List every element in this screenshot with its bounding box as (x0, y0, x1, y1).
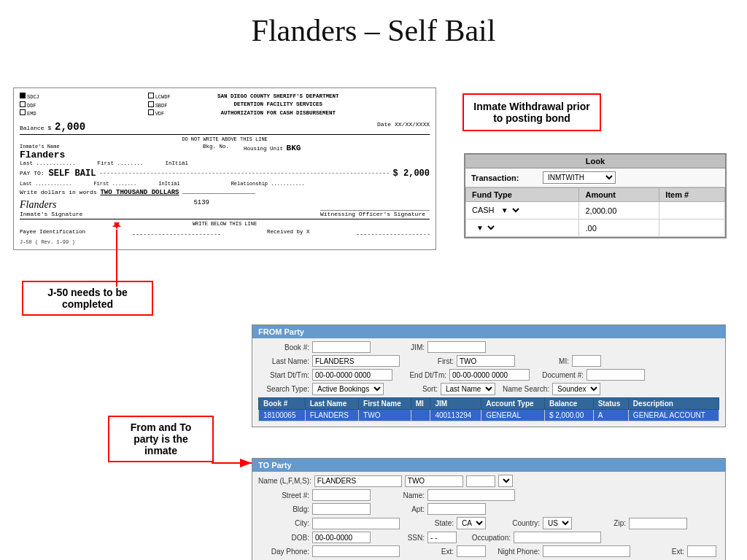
col-item: Item # (659, 188, 725, 202)
book-input[interactable] (312, 341, 371, 353)
to-ext-input[interactable] (457, 545, 486, 557)
pay-name: SELF BAIL (49, 168, 96, 179)
item-cell (659, 202, 725, 219)
fund-type-select-2[interactable]: ▼ (472, 222, 497, 234)
row-book: 18100065 (259, 410, 306, 421)
balance-label: Balance $ (20, 125, 51, 131)
to-name-label: Name (L,F,M,S): (258, 477, 311, 485)
last-name-input[interactable] (312, 355, 400, 367)
to-occupation-input[interactable] (514, 532, 601, 543)
sig-name: Flanders (20, 199, 82, 211)
book-label: Book #: (258, 343, 309, 351)
to-ssn-input[interactable] (427, 532, 457, 543)
housing-label: Housing Unit (244, 146, 283, 152)
sort-label: Sort: (387, 385, 438, 393)
transaction-table: Fund Type Amount Item # CASH ▼ 2,000.00 (465, 187, 725, 237)
to-street-input[interactable] (312, 489, 371, 501)
transaction-panel: Look Transaction: INMTWITH Fund Type Amo… (464, 153, 727, 238)
to-bldg-label: Bldg: (258, 505, 309, 513)
pay-relationship-label: Relationship ........... (231, 181, 305, 187)
row-first: TWO (359, 410, 411, 421)
to-country-select[interactable]: US (543, 517, 572, 529)
date-label: Date (377, 121, 391, 128)
form-row-dates: Start Dt/Tm: End Dt/Tm: Document #: (258, 369, 719, 381)
table-row: ▼ .00 (466, 219, 725, 237)
transaction-row: Transaction: INMTWITH (465, 168, 725, 187)
name-search-select[interactable]: Soundex (552, 383, 600, 395)
item-cell-2 (659, 219, 725, 237)
to-city-row: City: State: CA Country: US Zip: (258, 517, 719, 529)
to-state-select[interactable]: CA (457, 517, 486, 529)
to-zip-input[interactable] (629, 518, 687, 529)
to-city-input[interactable] (312, 518, 400, 529)
to-street-row: Street #: Name: (258, 489, 719, 501)
from-party-form: Book #: JIM: Last Name: First: MI: Start… (252, 338, 725, 427)
to-night-ext-input[interactable] (687, 545, 716, 557)
bkg-label: Bkg. No. (203, 144, 229, 149)
to-dob-input[interactable] (312, 532, 371, 543)
doc-label: Document #: (533, 371, 584, 379)
jim-input[interactable] (427, 341, 486, 353)
search-type-select[interactable]: Active Bookings (312, 383, 384, 395)
j50-header: SDCJ DDF EMD LCWDF SBDF VDF SAN DIEGO CO… (20, 93, 430, 118)
col-balance: Balance (544, 398, 593, 410)
row-balance: $ 2,000.00 (544, 410, 593, 421)
write-below: WRITE BELOW THIS LINE (20, 219, 430, 227)
col-status: Status (593, 398, 628, 410)
to-occupation-label: Occupation: (460, 534, 511, 542)
pay-labels: Last ............ First ........ InItiàl… (20, 181, 430, 187)
end-dt-input[interactable] (449, 369, 530, 381)
j50-checkboxes-2: LCWDF SBDF VDF (148, 93, 171, 118)
payee-id-label: Payee Identification (20, 229, 85, 235)
to-apt-input[interactable] (427, 503, 486, 515)
to-bldg-input[interactable] (312, 503, 371, 515)
col-fund-type: Fund Type (466, 188, 579, 202)
mi-input[interactable] (572, 355, 601, 367)
to-name-mi[interactable] (466, 475, 495, 487)
form-row-book-jim: Book #: JIM: (258, 341, 719, 353)
to-country-label: Country: (489, 519, 540, 527)
transaction-select[interactable]: INMTWITH (543, 171, 616, 184)
sort-select[interactable]: Last Name (441, 383, 495, 395)
j50-callout: J-50 needs to be completed (22, 281, 153, 316)
start-dt-input[interactable] (312, 369, 392, 381)
sdcj-label: SDCJ (27, 94, 39, 100)
j50-inmate-row: Inmate's Name Flanders Last ............… (20, 144, 430, 166)
first-dotted: First ........ (98, 160, 144, 166)
start-dt-label: Start Dt/Tm: (258, 371, 309, 379)
housing-value: BKG (287, 144, 301, 152)
to-name-last[interactable] (314, 475, 402, 487)
pay-amount: $ 2,000 (393, 168, 430, 179)
inmate-withdrawal-text: Inmate Withdrawal prior to posting bond (473, 101, 589, 124)
fund-type-select[interactable]: ▼ (497, 204, 522, 217)
col-amount: Amount (579, 188, 659, 202)
search-result-row[interactable]: 18100065 FLANDERS TWO 400113294 GENERAL … (259, 410, 719, 421)
badge-num: 5139 (193, 199, 209, 206)
to-name-first[interactable] (405, 475, 463, 487)
doc-input[interactable] (587, 369, 645, 381)
end-dt-label: End Dt/Tm: (395, 371, 446, 379)
jim-label: JIM: (374, 343, 425, 351)
to-apt-label: Apt: (374, 505, 425, 513)
search-type-label: Search Type: (258, 385, 309, 393)
first-label: First: (403, 357, 454, 365)
to-ssn-label: SSN: (374, 534, 425, 542)
j50-balance-row: Balance $ 2,000 Date XX/XX/XXXX (20, 121, 430, 133)
to-name-select[interactable]: ▼ (498, 475, 513, 487)
j50-pay-row: PAY TO: SELF BAIL $ 2,000 (20, 168, 430, 179)
first-input[interactable] (457, 355, 515, 367)
to-night-phone-input[interactable] (543, 545, 630, 557)
j50-checkboxes: SDCJ DDF EMD (20, 93, 39, 118)
from-to-text: From and To party is the inmate (131, 421, 192, 456)
to-day-phone-label: Day Phone: (258, 548, 309, 556)
col-desc: Description (628, 398, 719, 410)
col-jim: JIM (430, 398, 481, 410)
vdf-label: VDF (155, 111, 165, 117)
search-results-table: Book # Last Name First Name MI JIM Accou… (258, 397, 719, 421)
pay-initial-label: InItiàl (158, 181, 179, 187)
j50-sig-row: Flanders Inmate's Signature 5139 Witness… (20, 199, 430, 217)
to-street-name-input[interactable] (427, 489, 515, 501)
from-to-callout: From and To party is the inmate (108, 416, 214, 462)
pay-first-label: First ........ (93, 181, 136, 187)
to-day-phone-input[interactable] (312, 545, 400, 557)
